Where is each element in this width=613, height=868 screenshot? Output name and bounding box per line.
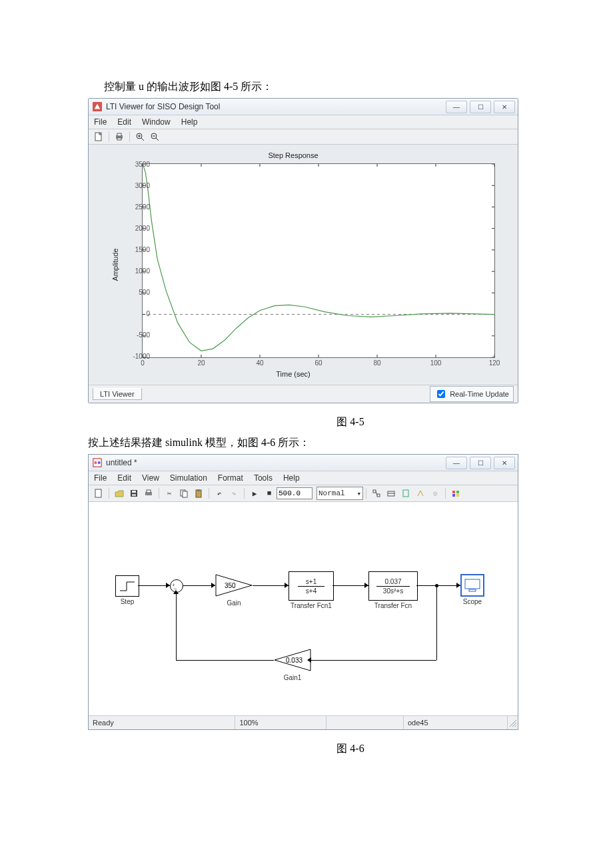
menu-help[interactable]: Help (181, 117, 198, 127)
library-browser-icon[interactable] (448, 487, 463, 500)
redo-icon[interactable]: ↷ (227, 487, 241, 500)
menu-format[interactable]: Format (218, 473, 243, 483)
status-zoom: 100% (235, 716, 326, 729)
open-icon[interactable] (112, 487, 127, 500)
tool-icon[interactable] (369, 487, 384, 500)
ytick: -1000 (121, 353, 150, 360)
maximize-button[interactable]: ☐ (470, 101, 491, 113)
menu-edit[interactable]: Edit (117, 473, 131, 483)
stop-icon[interactable]: ■ (262, 487, 277, 500)
menu-file[interactable]: File (94, 473, 107, 483)
status-ready: Ready (89, 716, 235, 729)
lti-footer: LTI Viewer Real-Time Update (89, 385, 518, 403)
lti-menubar: File Edit Window Help (89, 115, 518, 129)
lti-title-text: LTI Viewer for SISO Design Tool (106, 102, 220, 111)
lti-titlebar: LTI Viewer for SISO Design Tool — ☐ ✕ (89, 99, 518, 115)
xtick: 40 (256, 359, 263, 367)
resize-grip-icon[interactable] (508, 718, 516, 727)
minimize-button[interactable]: — (446, 457, 467, 469)
plot-xlabel: Time (sec) (95, 370, 491, 378)
ytick: 2500 (121, 203, 150, 211)
svg-rect-55 (147, 490, 151, 493)
lti-footer-tab[interactable]: LTI Viewer (93, 388, 142, 400)
block-tf1-label: Transfer Fcn1 (289, 602, 334, 609)
play-icon[interactable]: ▶ (247, 487, 262, 500)
paste-icon[interactable] (191, 487, 206, 500)
menu-help[interactable]: Help (283, 473, 300, 483)
svg-rect-67 (456, 491, 459, 493)
block-scope[interactable]: Scope (460, 574, 484, 605)
sl-statusbar: Ready 100% ode45 (89, 715, 518, 729)
new-icon[interactable] (91, 130, 106, 143)
block-gain-label: Gain (215, 599, 253, 607)
menu-view[interactable]: View (142, 473, 159, 483)
block-tf2-label: Transfer Fcn (368, 602, 418, 609)
ytick: 500 (121, 289, 150, 296)
menu-simulation[interactable]: Simulation (170, 473, 207, 483)
svg-line-78 (515, 725, 516, 727)
block-step[interactable]: Step (115, 575, 139, 605)
paragraph-4-5: 控制量 u 的输出波形如图 4-5 所示： (104, 80, 613, 94)
ytick: 2000 (121, 225, 150, 232)
tool-icon[interactable]: ⚙ (428, 487, 442, 500)
svg-rect-50 (95, 489, 101, 497)
copy-icon[interactable] (177, 487, 191, 500)
tool-icon[interactable] (398, 487, 413, 500)
plot-line (143, 164, 494, 357)
sim-mode-select[interactable]: Normal▾ (316, 487, 363, 500)
block-transfer-fcn[interactable]: 0.037 30s²+s Transfer Fcn (368, 571, 418, 609)
svg-rect-65 (403, 490, 408, 497)
block-transfer-fcn1[interactable]: s+1 s+4 Transfer Fcn1 (289, 571, 334, 609)
matlab-icon (93, 102, 102, 111)
close-button[interactable]: ✕ (494, 101, 515, 113)
xtick: 0 (141, 359, 145, 367)
new-icon[interactable] (91, 487, 106, 500)
realtime-update-checkbox[interactable]: Real-Time Update (430, 386, 514, 402)
lti-toolbar (89, 129, 518, 145)
svg-rect-49 (98, 461, 101, 464)
xtick: 60 (314, 359, 322, 367)
plot-axes: 0 20 40 60 80 100 120 (142, 163, 495, 358)
close-button[interactable]: ✕ (494, 457, 515, 469)
svg-rect-68 (452, 494, 455, 497)
zoom-out-icon[interactable] (147, 130, 162, 143)
realtime-update-label: Real-Time Update (450, 390, 509, 398)
svg-rect-57 (183, 491, 187, 497)
svg-rect-59 (197, 489, 200, 491)
svg-rect-72 (465, 579, 480, 589)
figure-4-6: untitled * — ☐ ✕ File Edit View Simulati… (88, 454, 613, 756)
minimize-button[interactable]: — (446, 101, 467, 113)
ytick: 1500 (121, 246, 150, 253)
save-icon[interactable] (127, 487, 141, 500)
svg-text:350: 350 (225, 582, 236, 589)
maximize-button[interactable]: ☐ (470, 457, 491, 469)
tool-icon[interactable] (413, 487, 428, 500)
xtick: 120 (489, 359, 500, 367)
menu-edit[interactable]: Edit (117, 117, 131, 127)
undo-icon[interactable]: ↶ (212, 487, 227, 500)
print-icon[interactable] (112, 130, 127, 143)
sl-titlebar: untitled * — ☐ ✕ (89, 455, 518, 471)
menu-window[interactable]: Window (142, 117, 171, 127)
svg-rect-52 (132, 491, 136, 493)
lti-viewer-window: LTI Viewer for SISO Design Tool — ☐ ✕ Fi… (88, 98, 518, 403)
svg-line-6 (141, 138, 144, 141)
menu-file[interactable]: File (94, 117, 107, 127)
xtick: 100 (430, 359, 442, 367)
ytick: -500 (121, 331, 150, 339)
block-gain1[interactable]: 0.033 Gain1 (274, 649, 311, 681)
menu-tools[interactable]: Tools (254, 473, 273, 483)
zoom-in-icon[interactable] (133, 130, 147, 143)
sl-canvas[interactable]: Step +− 350 Gain s+1 s+4 (89, 502, 518, 715)
print-icon[interactable] (141, 487, 156, 500)
block-gain[interactable]: 350 Gain (215, 574, 253, 607)
xtick: 80 (373, 359, 380, 367)
sl-menubar: File Edit View Simulation Format Tools H… (89, 471, 518, 485)
svg-text:0.033: 0.033 (286, 657, 303, 664)
cut-icon[interactable]: ✂ (162, 487, 177, 500)
tool-icon[interactable] (384, 487, 398, 500)
realtime-update-input[interactable] (437, 390, 445, 398)
window-controls: — ☐ ✕ (443, 101, 515, 113)
figure-4-5: LTI Viewer for SISO Design Tool — ☐ ✕ Fi… (88, 98, 613, 429)
simtime-input[interactable] (277, 487, 312, 499)
